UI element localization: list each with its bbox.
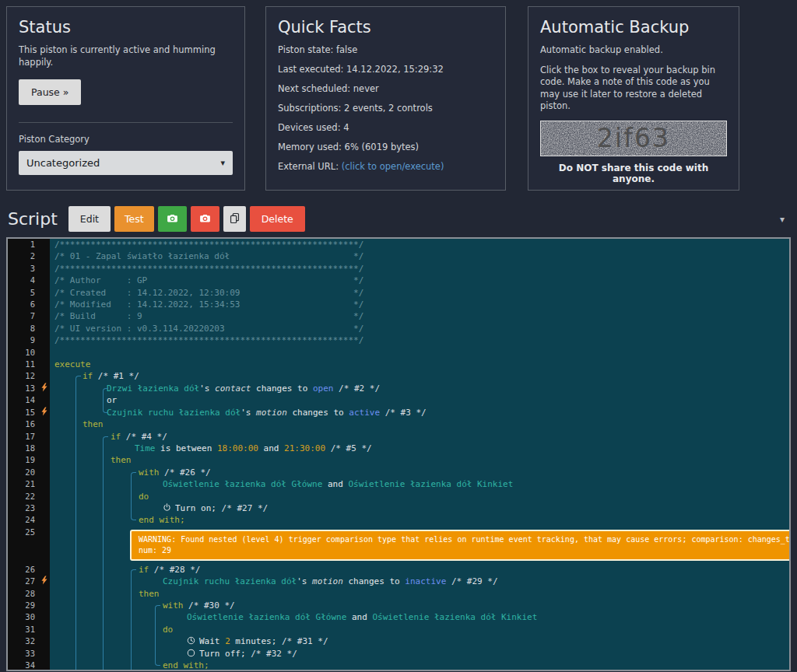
gutter-spacer (39, 299, 50, 310)
line-number: 33 (8, 648, 39, 660)
gutter-spacer (39, 263, 50, 275)
gutter-spacer (39, 600, 50, 611)
fact-last-executed: Last executed: 14.12.2022, 15:29:32 (278, 64, 493, 75)
quick-facts-panel: Quick Facts Piston state: false Last exe… (265, 6, 506, 191)
status-title: Status (19, 18, 233, 37)
copy-icon (228, 212, 241, 227)
line-number: 30 (8, 611, 39, 623)
line-number: 18 (8, 443, 39, 454)
fact-subscriptions: Subscriptions: 2 events, 2 controls (278, 103, 493, 114)
script-title: Script (8, 209, 58, 229)
code-line: 21Oświetlenie łazienka dół Główne and Oś… (8, 478, 789, 490)
status-panel: Status This piston is currently active a… (6, 6, 245, 191)
line-number: 8 (8, 323, 39, 334)
code-line: 28then (8, 588, 789, 600)
line-number: 7 (8, 310, 39, 322)
line-number: 32 (8, 635, 39, 647)
gutter-spacer (39, 564, 50, 576)
gutter-spacer (39, 310, 50, 322)
line-number: 2 (8, 250, 39, 262)
gutter-spacer (39, 635, 50, 647)
script-collapse-caret[interactable]: ▾ (780, 214, 785, 225)
gutter-spacer (39, 611, 50, 623)
code-line: 16then (8, 418, 789, 430)
edit-button[interactable]: Edit (68, 206, 111, 232)
clock-icon (187, 636, 195, 646)
gutter-spacer (39, 502, 50, 514)
code-line: 13Drzwi łazienka dół's contact changes t… (8, 383, 789, 394)
code-line: 19then (8, 454, 789, 466)
code-line: 7/* Build : 9 */ (8, 310, 789, 322)
code-line: 10 (8, 347, 789, 359)
line-number: 22 (8, 491, 39, 502)
power-icon (163, 503, 171, 513)
code-line: 30Oświetlenie łazienka dół Główne and Oś… (8, 611, 789, 623)
warning-row: 25WARNING: Found nested (level 4) trigge… (8, 527, 789, 564)
external-url-link[interactable]: (click to open/execute) (342, 161, 444, 172)
line-number: 23 (8, 502, 39, 514)
line-number: 15 (8, 407, 39, 418)
external-url-label: External URL: (278, 161, 342, 172)
code-lines-container: 1/**************************************… (8, 239, 789, 671)
gutter-spacer (39, 478, 50, 490)
line-number: 20 (8, 467, 39, 478)
line-number: 27 (8, 576, 39, 587)
red-camera-button[interactable] (191, 206, 219, 232)
gutter-spacer (39, 359, 50, 370)
pause-button[interactable]: Pause » (19, 79, 81, 105)
code-line: 2/* 01 - Zapal światło łazienka dół */ (8, 250, 789, 262)
top-panels: Status This piston is currently active a… (6, 6, 797, 191)
line-number: 14 (8, 394, 39, 406)
gutter-spacer (39, 624, 50, 635)
copy-button[interactable] (223, 206, 246, 232)
category-select[interactable]: Uncategorized ▾ (19, 151, 233, 175)
code-line: 32Wait 2 minutes; /* #31 */ (8, 635, 789, 647)
circle-icon (187, 649, 195, 659)
code-editor[interactable]: 1/**************************************… (6, 237, 791, 671)
code-line: 22do (8, 491, 789, 502)
gutter-spacer (39, 250, 50, 262)
status-description: This piston is currently active and humm… (19, 44, 233, 68)
gutter-spacer (39, 467, 50, 478)
code-line: 18Time is between 18:00:00 and 21:30:00 … (8, 443, 789, 454)
indent-guide (75, 376, 81, 671)
line-number: 26 (8, 564, 39, 576)
gutter-spacer (39, 514, 50, 526)
line-number: 19 (8, 454, 39, 466)
lightning-icon (39, 407, 50, 418)
delete-button[interactable]: Delete (250, 206, 305, 232)
line-number: 16 (8, 418, 39, 430)
fact-devices-used: Devices used: 4 (278, 122, 493, 133)
line-number: 29 (8, 600, 39, 611)
gutter-spacer (39, 323, 50, 334)
line-number: 24 (8, 514, 39, 526)
code-line: 6/* Modified : 14.12.2022, 15:34:53 */ (8, 299, 789, 310)
backup-code-box[interactable]: 2if63 (540, 121, 727, 156)
backup-warning-text: Do NOT share this code with anyone. (540, 163, 727, 184)
indent-guide (103, 436, 108, 671)
gutter-spacer (39, 443, 50, 454)
gutter-spacer (39, 370, 50, 382)
indent-guide (155, 605, 160, 666)
code-line: 15Czujnik ruchu łazienka dół's motion ch… (8, 407, 789, 418)
backup-enabled-text: Automatic backup enabled. (540, 44, 727, 57)
gutter-spacer (39, 239, 50, 250)
warning-banner: WARNING: Found nested (level 4) trigger … (130, 530, 791, 561)
code-line: 27Czujnik ruchu łazienka dół's motion ch… (8, 576, 789, 587)
code-line: 33Turn off; /* #32 */ (8, 648, 789, 660)
line-number: 25 (8, 527, 39, 564)
indent-guide (131, 472, 136, 520)
line-number: 34 (8, 660, 39, 671)
code-line: 34end with; (8, 660, 789, 671)
gutter-spacer (39, 275, 50, 286)
code-line: 8/* UI version : v0.3.114.20220203 */ (8, 323, 789, 334)
backup-title: Automatic Backup (540, 18, 727, 37)
line-number: 31 (8, 624, 39, 635)
test-button[interactable]: Test (114, 206, 154, 232)
code-line: 20with /* #26 */ (8, 467, 789, 478)
code-line: 26if /* #28 */ (8, 564, 789, 576)
gutter-spacer (39, 648, 50, 660)
green-camera-button[interactable] (158, 206, 187, 232)
divider (19, 122, 233, 123)
code-line: 5/* Created : 14.12.2022, 12:30:09 */ (8, 287, 789, 299)
